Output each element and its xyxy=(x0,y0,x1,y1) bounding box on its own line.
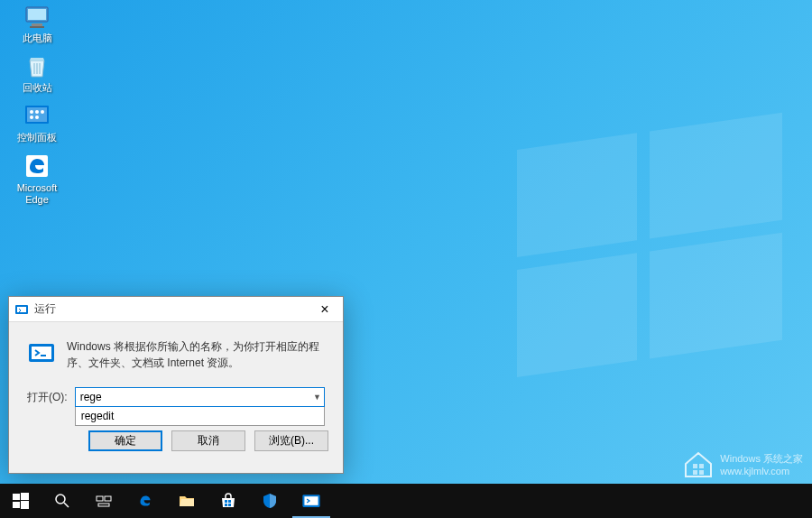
desktop-icon-label: 此电脑 xyxy=(23,32,52,44)
taskbar-edge[interactable] xyxy=(125,484,166,518)
start-button[interactable] xyxy=(0,484,42,518)
search-button[interactable] xyxy=(42,484,83,518)
svg-point-15 xyxy=(41,110,44,114)
taskbar-store[interactable] xyxy=(208,484,249,518)
desktop-icons-area: 此电脑 回收站 控制面板 Microsoft Edge xyxy=(11,0,63,208)
svg-rect-5 xyxy=(28,9,46,20)
svg-rect-25 xyxy=(699,464,704,468)
watermark-house-icon xyxy=(682,448,715,480)
open-label: 打开(O): xyxy=(27,390,68,405)
store-icon xyxy=(219,492,237,510)
chevron-down-icon[interactable]: ▼ xyxy=(313,393,321,402)
dialog-description: Windows 将根据你所输入的名称，为你打开相应的程序、文件夹、文档或 Int… xyxy=(67,338,325,371)
svg-rect-26 xyxy=(693,470,697,475)
windows-icon xyxy=(13,493,29,509)
autocomplete-dropdown: regedit xyxy=(75,407,325,426)
svg-line-33 xyxy=(64,503,69,507)
desktop-icon-edge[interactable]: Microsoft Edge xyxy=(11,150,63,208)
svg-rect-35 xyxy=(105,496,111,501)
svg-point-13 xyxy=(30,110,33,114)
dialog-body: Windows 将根据你所输入的名称，为你打开相应的程序、文件夹、文档或 Int… xyxy=(9,322,343,380)
control-panel-icon xyxy=(23,101,51,130)
run-icon xyxy=(27,338,56,367)
svg-rect-22 xyxy=(32,347,51,359)
desktop-icon-label: 控制面板 xyxy=(17,132,57,143)
run-input[interactable] xyxy=(75,387,325,407)
edge-icon xyxy=(23,152,51,180)
svg-rect-6 xyxy=(32,23,42,26)
svg-rect-24 xyxy=(693,464,697,468)
desktop-icon-this-pc[interactable]: 此电脑 xyxy=(11,0,63,46)
desktop-icon-recycle-bin[interactable]: 回收站 xyxy=(11,50,63,96)
task-view-icon xyxy=(96,493,112,509)
svg-rect-1 xyxy=(650,113,782,239)
wallpaper-windows-logo xyxy=(469,90,812,406)
svg-rect-2 xyxy=(517,253,637,377)
svg-rect-34 xyxy=(97,496,103,501)
pc-icon xyxy=(23,2,51,31)
cancel-button[interactable]: 取消 xyxy=(171,430,245,451)
svg-rect-28 xyxy=(13,494,20,500)
watermark-text-1: Windows 系统之家 xyxy=(720,452,803,466)
svg-rect-27 xyxy=(699,470,704,475)
close-button[interactable]: × xyxy=(307,297,343,322)
edge-icon xyxy=(135,491,155,511)
desktop-icon-label: 回收站 xyxy=(23,82,52,94)
dialog-titlebar[interactable]: 运行 × xyxy=(9,297,343,322)
svg-point-14 xyxy=(35,110,39,114)
dialog-input-row: 打开(O): ▼ regedit xyxy=(9,380,343,414)
svg-rect-7 xyxy=(30,26,44,28)
svg-rect-12 xyxy=(27,107,47,122)
task-view-button[interactable] xyxy=(83,484,125,518)
taskbar xyxy=(0,484,812,518)
folder-icon xyxy=(178,492,196,510)
svg-rect-36 xyxy=(98,504,109,506)
svg-rect-37 xyxy=(225,500,227,503)
svg-rect-31 xyxy=(21,501,29,509)
svg-rect-38 xyxy=(228,500,231,503)
taskbar-explorer[interactable] xyxy=(166,484,208,518)
dialog-title: 运行 xyxy=(34,301,307,317)
taskbar-run[interactable] xyxy=(291,484,332,518)
shield-icon xyxy=(261,492,279,510)
autocomplete-item[interactable]: regedit xyxy=(76,407,324,425)
svg-rect-0 xyxy=(517,133,637,257)
watermark: Windows 系统之家 www.kjlmlv.com xyxy=(682,448,803,480)
run-dialog: 运行 × Windows 将根据你所输入的名称，为你打开相应的程序、文件夹、文档… xyxy=(8,296,344,474)
svg-point-17 xyxy=(35,116,39,119)
svg-rect-3 xyxy=(650,233,782,359)
svg-rect-29 xyxy=(21,493,29,500)
watermark-text-2: www.kjlmlv.com xyxy=(720,466,803,476)
desktop-icon-label: Microsoft Edge xyxy=(13,182,61,206)
svg-rect-20 xyxy=(17,307,26,312)
svg-rect-18 xyxy=(26,155,48,177)
svg-rect-30 xyxy=(13,502,20,508)
svg-point-32 xyxy=(56,495,65,504)
search-icon xyxy=(54,493,70,509)
run-icon xyxy=(301,491,321,511)
run-dialog-icon xyxy=(14,302,29,317)
svg-rect-39 xyxy=(225,504,227,506)
desktop-icon-control-panel[interactable]: 控制面板 xyxy=(11,99,63,145)
taskbar-security[interactable] xyxy=(249,484,291,518)
svg-rect-40 xyxy=(228,504,231,506)
svg-rect-42 xyxy=(304,496,318,505)
browse-button[interactable]: 浏览(B)... xyxy=(254,430,328,451)
ok-button[interactable]: 确定 xyxy=(88,430,162,451)
bin-icon xyxy=(23,51,51,80)
svg-point-16 xyxy=(30,116,33,119)
